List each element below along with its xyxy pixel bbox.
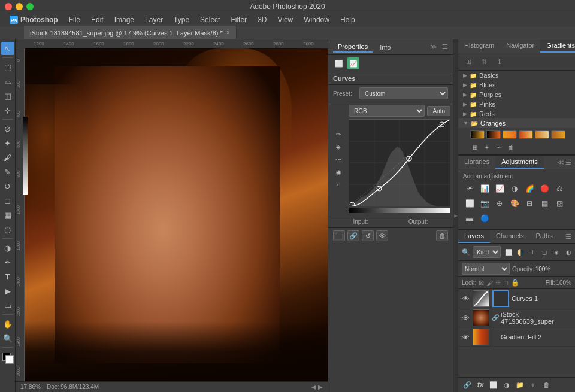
gradient-item-purples[interactable]: ▶ 📁 Purples [458, 90, 575, 99]
collapse-handle-left[interactable]: ▶ [453, 39, 458, 392]
panel-sort-icon[interactable]: ⇅ [477, 55, 491, 68]
curves-reset[interactable]: ↺ [362, 230, 374, 241]
layer-delete-btn[interactable]: 🗑 [541, 379, 552, 390]
gradients-tab[interactable]: Gradients [540, 39, 575, 53]
blur-tool[interactable]: ◌ [1, 223, 14, 236]
panel-expand-icon[interactable]: ≫ [430, 43, 437, 51]
menu-type[interactable]: Type [169, 14, 194, 25]
mask-icon[interactable]: ⬜ [333, 57, 345, 69]
pixel-filter-icon[interactable]: ⬜ [503, 247, 514, 257]
black-white-icon[interactable]: ⬜ [463, 197, 476, 210]
zoom-tool[interactable]: 🔍 [1, 332, 14, 345]
eyedropper-tool[interactable]: ⊘ [1, 122, 14, 135]
color-lookup-icon[interactable]: 🎨 [508, 197, 521, 210]
curves-adj-icon[interactable]: 📈 [493, 182, 506, 195]
lock-position-icon[interactable]: ✛ [495, 279, 501, 287]
curves-white-point[interactable]: ○ [333, 180, 344, 190]
menu-photoshop[interactable]: Ps Photoshop [5, 14, 63, 25]
menu-3d[interactable]: 3D [253, 14, 271, 25]
color-balance-icon[interactable]: ⚖ [553, 182, 566, 195]
menu-window[interactable]: Window [299, 14, 334, 25]
gradient-item-reds[interactable]: ▶ 📁 Reds [458, 109, 575, 118]
tab-close-icon[interactable]: × [226, 29, 230, 36]
hand-tool[interactable]: ✋ [1, 317, 14, 330]
lock-pixels-icon[interactable]: 🖌 [486, 279, 493, 287]
move-tool[interactable]: ↖ [1, 42, 14, 55]
adj-collapse-icon[interactable]: ≪ [557, 159, 564, 166]
layer-new-btn[interactable]: + [528, 379, 538, 390]
swatch-add-icon[interactable]: + [482, 142, 492, 152]
layer-item-photo[interactable]: 👁 🔗 iStock-471900639_super [458, 308, 575, 327]
gradient-swatch-3[interactable] [503, 130, 517, 139]
curves-edit-tool[interactable]: ✏ [333, 129, 344, 140]
layer-item-gradient-fill[interactable]: 👁 Gradient Fill 2 [458, 327, 575, 347]
histogram-tab[interactable]: Histogram [458, 39, 500, 53]
auto-button[interactable]: Auto [427, 106, 450, 116]
brush-tool[interactable]: 🖌 [1, 151, 14, 164]
history-brush-tool[interactable]: ↺ [1, 180, 14, 193]
layers-tab[interactable]: Layers [458, 230, 490, 243]
menu-help[interactable]: Help [335, 14, 360, 25]
gradient-swatch-6[interactable] [551, 130, 565, 139]
blend-mode-select[interactable]: Normal [462, 263, 510, 275]
gradient-swatch-5[interactable] [535, 130, 549, 139]
lock-artboard-icon[interactable]: ◻ [503, 279, 509, 287]
gradient-swatch-4[interactable] [519, 130, 533, 139]
layer-visibility-icon[interactable]: 👁 [461, 294, 470, 303]
opacity-value[interactable]: 100% [535, 266, 551, 272]
canvas-image[interactable] [25, 48, 328, 381]
photo-filter-icon[interactable]: 📷 [478, 197, 491, 210]
channel-select[interactable]: RGB [349, 105, 425, 117]
curves-delete[interactable]: 🗑 [436, 230, 448, 241]
selective-color-icon[interactable]: 🔵 [478, 212, 491, 225]
shape-tool[interactable]: ▭ [1, 299, 14, 312]
curves-black-point[interactable]: ◉ [333, 167, 344, 178]
path-selection-tool[interactable]: ▶ [1, 284, 14, 297]
object-selection-tool[interactable]: ◫ [1, 89, 14, 102]
kind-filter-select[interactable]: Kind [473, 246, 501, 258]
swatch-list-view-icon[interactable]: ⊞ [470, 142, 480, 152]
gradient-item-basics[interactable]: ▶ 📁 Basics [458, 71, 575, 80]
curves-smooth-tool[interactable]: 〜 [333, 154, 344, 165]
marquee-tool[interactable]: ⬚ [1, 60, 14, 74]
brightness-contrast-icon[interactable]: ☀ [463, 182, 476, 195]
minimize-button[interactable] [16, 3, 23, 10]
lock-all-icon[interactable]: 🔒 [511, 279, 519, 287]
gradient-swatch-2[interactable] [486, 130, 501, 139]
hsl-icon[interactable]: 🔴 [538, 182, 551, 195]
eraser-tool[interactable]: ◻ [1, 194, 14, 207]
navigator-tab[interactable]: Navigator [500, 39, 540, 53]
clone-stamp-tool[interactable]: ✎ [1, 165, 14, 178]
maximize-button[interactable] [26, 3, 34, 10]
gradient-swatch-1[interactable] [470, 130, 485, 139]
gradient-tool[interactable]: ▦ [1, 208, 14, 221]
layer-visibility-icon[interactable]: 👁 [461, 313, 470, 323]
layer-mask-btn[interactable]: ⬜ [488, 379, 499, 390]
smartobj-filter-icon[interactable]: ◈ [551, 247, 562, 257]
threshold-icon[interactable]: ▧ [553, 197, 566, 210]
gradient-map-icon[interactable]: ▬ [463, 212, 476, 225]
adjustment-filter-icon[interactable]: 🌗 [515, 247, 526, 257]
adj-menu-icon[interactable]: ☰ [565, 159, 571, 166]
dodge-tool[interactable]: ◑ [1, 241, 14, 254]
layer-visibility-icon[interactable]: 👁 [461, 332, 470, 342]
menu-filter[interactable]: Filter [226, 14, 252, 25]
layer-fx-btn[interactable]: fx [475, 379, 486, 390]
posterize-icon[interactable]: ▤ [538, 197, 551, 210]
swatch-delete-icon[interactable]: 🗑 [506, 142, 516, 152]
canvas-tab[interactable]: iStock-181894581_super.jpg @ 17,9% (Curv… [24, 26, 237, 39]
lasso-tool[interactable]: ⌓ [1, 75, 14, 88]
layer-item-curves[interactable]: 👁 Curves 1 [458, 289, 575, 308]
curves-graph[interactable] [349, 119, 450, 206]
close-button[interactable] [5, 3, 12, 10]
layer-group-btn[interactable]: 📁 [515, 379, 525, 390]
gradient-item-blues[interactable]: ▶ 📁 Blues [458, 80, 575, 90]
crop-tool[interactable]: ⊹ [1, 104, 14, 117]
menu-edit[interactable]: Edit [86, 14, 108, 25]
menu-file[interactable]: File [64, 14, 85, 25]
exposure-icon[interactable]: ◑ [508, 182, 521, 195]
paths-tab[interactable]: Paths [530, 230, 559, 243]
layer-link-icon[interactable]: 🔗 [462, 379, 473, 390]
layers-menu-icon[interactable]: ☰ [565, 233, 571, 241]
gradient-item-oranges[interactable]: ▼ 📂 Oranges [458, 118, 575, 128]
